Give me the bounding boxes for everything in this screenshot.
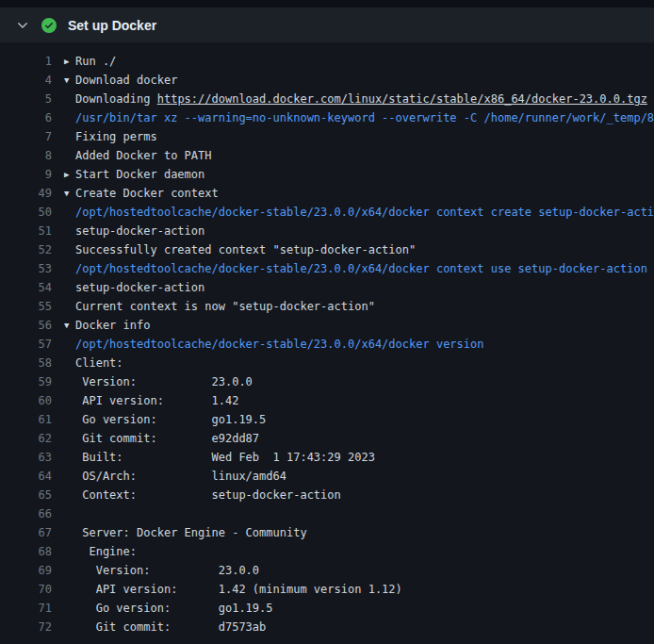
log-text: Start Docker daemon <box>75 165 204 184</box>
expand-group-icon[interactable]: ▶ <box>64 165 75 184</box>
log-line: 54setup-docker-action <box>0 278 654 297</box>
line-number[interactable]: 54 <box>0 278 52 297</box>
indent-spacer <box>64 372 75 391</box>
collapse-group-icon[interactable]: ▼ <box>64 71 75 90</box>
chevron-down-icon[interactable] <box>15 18 30 33</box>
log-text: setup-docker-action <box>75 278 204 297</box>
log-text: Go version: go1.19.5 <box>75 410 266 429</box>
line-number[interactable]: 49 <box>0 184 52 203</box>
log-text: Version: 23.0.0 <box>75 372 253 391</box>
log-text: Downloading https://download.docker.com/… <box>75 90 647 108</box>
collapse-group-icon[interactable]: ▼ <box>64 184 75 203</box>
log-text: Built: Wed Feb 1 17:43:29 2023 <box>75 448 375 467</box>
line-number[interactable]: 70 <box>0 580 52 599</box>
log-text: Create Docker context <box>75 184 219 203</box>
indent-spacer <box>64 278 75 297</box>
indent-spacer <box>64 410 75 429</box>
log-line[interactable]: 4▼Download docker <box>0 71 654 90</box>
log-line: 71 Go version: go1.19.5 <box>0 599 654 618</box>
line-number[interactable]: 65 <box>0 486 52 504</box>
indent-spacer <box>64 618 75 636</box>
indent-spacer <box>64 580 75 599</box>
log-line: 51setup-docker-action <box>0 222 654 240</box>
line-number[interactable]: 66 <box>0 504 52 523</box>
expand-group-icon[interactable]: ▶ <box>64 52 75 71</box>
indent-spacer <box>64 391 75 410</box>
indent-spacer <box>64 354 75 372</box>
log-text: OS/Arch: linux/amd64 <box>75 467 286 486</box>
log-line: 50/opt/hostedtoolcache/docker-stable/23.… <box>0 203 654 222</box>
log-line: 61 Go version: go1.19.5 <box>0 410 654 429</box>
log-line: 55Current context is now "setup-docker-a… <box>0 297 654 316</box>
line-number[interactable]: 6 <box>0 108 52 127</box>
log-line[interactable]: 49▼Create Docker context <box>0 184 654 203</box>
log-line: 72 Git commit: d7573ab <box>0 618 654 636</box>
log-text: Fixing perms <box>75 127 157 146</box>
indent-spacer <box>64 542 75 561</box>
line-number[interactable]: 9 <box>0 165 52 184</box>
line-number[interactable]: 4 <box>0 71 52 90</box>
log-text: Context: setup-docker-action <box>75 486 341 504</box>
workflow-log-panel: Set up Docker 1▶Run ./4▼Download docker5… <box>0 0 654 644</box>
line-number[interactable]: 60 <box>0 391 52 410</box>
log-line: 68 Engine: <box>0 542 654 561</box>
log-line: 58Client: <box>0 354 654 372</box>
log-line: 7Fixing perms <box>0 127 654 146</box>
line-number[interactable]: 55 <box>0 297 52 316</box>
log-text: Successfully created context "setup-dock… <box>75 240 416 259</box>
log-text: Git commit: d7573ab <box>75 618 266 636</box>
line-number[interactable]: 62 <box>0 429 52 448</box>
log-line: 59 Version: 23.0.0 <box>0 372 654 391</box>
line-number[interactable]: 58 <box>0 354 52 372</box>
indent-spacer <box>64 504 75 523</box>
log-text: Run ./ <box>75 52 116 71</box>
indent-spacer <box>64 240 75 259</box>
line-number[interactable]: 52 <box>0 240 52 259</box>
line-number[interactable]: 8 <box>0 146 52 165</box>
line-number[interactable]: 71 <box>0 599 52 618</box>
log-line: 67 Server: Docker Engine - Community <box>0 523 654 542</box>
line-number[interactable]: 50 <box>0 203 52 222</box>
log-text: Client: <box>75 354 123 372</box>
log-text: Version: 23.0.0 <box>75 561 259 580</box>
log-line[interactable]: 56▼Docker info <box>0 316 654 335</box>
log-command-text: /opt/hostedtoolcache/docker-stable/23.0.… <box>75 335 483 354</box>
line-number[interactable]: 63 <box>0 448 52 467</box>
line-number[interactable]: 51 <box>0 222 52 240</box>
line-number[interactable]: 67 <box>0 523 52 542</box>
line-number[interactable]: 56 <box>0 316 52 335</box>
log-line: 69 Version: 23.0.0 <box>0 561 654 580</box>
log-line: 66 <box>0 504 654 523</box>
indent-spacer <box>64 523 75 542</box>
line-number[interactable]: 5 <box>0 90 52 108</box>
line-number[interactable]: 7 <box>0 127 52 146</box>
indent-spacer <box>64 146 75 165</box>
line-number[interactable]: 68 <box>0 542 52 561</box>
log-text: Docker info <box>75 316 150 335</box>
line-number[interactable]: 53 <box>0 259 52 278</box>
line-number[interactable]: 59 <box>0 372 52 391</box>
collapse-group-icon[interactable]: ▼ <box>64 316 75 335</box>
log-text: Git commit: e92dd87 <box>75 429 259 448</box>
success-check-icon <box>41 18 57 33</box>
log-text: setup-docker-action <box>75 222 204 240</box>
log-line: 53/opt/hostedtoolcache/docker-stable/23.… <box>0 259 654 278</box>
line-number[interactable]: 72 <box>0 618 52 636</box>
log-line[interactable]: 9▶Start Docker daemon <box>0 165 654 184</box>
indent-spacer <box>64 108 75 127</box>
log-line[interactable]: 1▶Run ./ <box>0 52 654 71</box>
indent-spacer <box>64 203 75 222</box>
log-command-text: /opt/hostedtoolcache/docker-stable/23.0.… <box>75 203 654 222</box>
line-number[interactable]: 57 <box>0 335 52 354</box>
step-header[interactable]: Set up Docker <box>0 8 654 42</box>
line-number[interactable]: 61 <box>0 410 52 429</box>
indent-spacer <box>64 222 75 240</box>
line-number[interactable]: 69 <box>0 561 52 580</box>
line-number[interactable]: 64 <box>0 467 52 486</box>
indent-spacer <box>64 90 75 108</box>
indent-spacer <box>64 259 75 278</box>
indent-spacer <box>64 127 75 146</box>
log-lines: 1▶Run ./4▼Download docker5Downloading ht… <box>0 42 654 644</box>
download-url-link[interactable]: https://download.docker.com/linux/static… <box>157 92 647 106</box>
line-number[interactable]: 1 <box>0 52 52 71</box>
